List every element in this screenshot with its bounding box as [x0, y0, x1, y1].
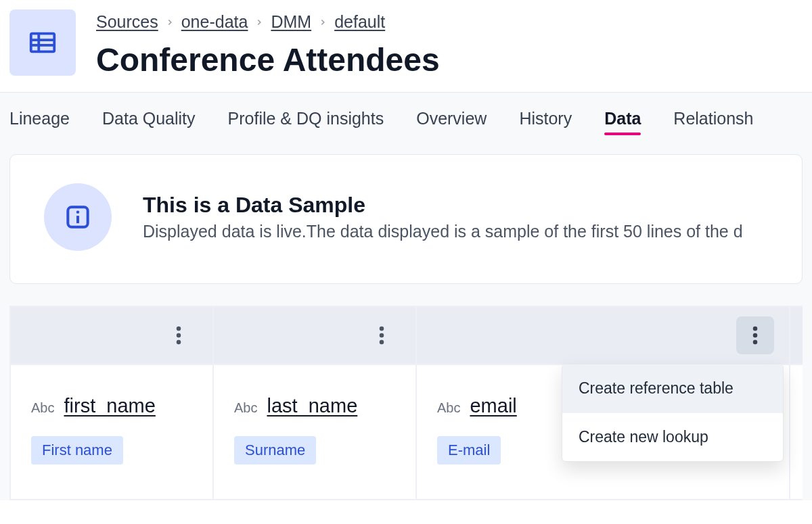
kebab-icon [379, 325, 384, 346]
tab-data[interactable]: Data [604, 109, 641, 128]
info-text: This is a Data Sample Displayed data is … [143, 193, 743, 241]
column-header [11, 307, 212, 365]
svg-point-11 [380, 333, 384, 338]
info-card: This is a Data Sample Displayed data is … [9, 154, 803, 284]
kebab-icon [176, 325, 181, 346]
column-email: Create reference table Create new lookup… [417, 307, 790, 500]
column-header [214, 307, 415, 365]
tab-content: This is a Data Sample Displayed data is … [0, 154, 812, 500]
semantic-tag[interactable]: E-mail [437, 436, 501, 465]
info-title: This is a Data Sample [143, 193, 743, 218]
svg-point-7 [177, 327, 181, 331]
header-text: Sources one-data DMM default Conference … [96, 0, 440, 78]
column-body [790, 365, 803, 500]
column-menu-button[interactable] [363, 316, 401, 354]
type-abbr: Abc [31, 400, 54, 416]
breadcrumb-item[interactable]: default [334, 12, 385, 32]
tab-lineage[interactable]: Lineage [9, 109, 70, 128]
info-icon [63, 202, 93, 232]
column-header: Create reference table Create new lookup [417, 307, 789, 365]
breadcrumb-item[interactable]: one-data [181, 12, 248, 32]
svg-point-13 [753, 327, 758, 331]
entity-icon-box [9, 9, 76, 76]
column-first-name: Abc first_name First name [11, 307, 214, 500]
kebab-icon [752, 325, 758, 346]
data-grid: Abc first_name First name Abc last_name [9, 306, 803, 500]
field-row: Abc last_name [234, 395, 395, 417]
svg-point-9 [177, 340, 181, 345]
tabs: Lineage Data Quality Profile & DQ insigh… [0, 93, 812, 141]
field-name-link[interactable]: last_name [267, 395, 357, 417]
info-body: Displayed data is live.The data displaye… [143, 222, 743, 241]
type-abbr: Abc [234, 400, 257, 416]
svg-point-12 [380, 340, 384, 345]
tab-data-quality[interactable]: Data Quality [102, 109, 196, 128]
info-icon-bubble [44, 183, 112, 251]
tab-relationships[interactable]: Relationsh [673, 109, 753, 128]
semantic-tag[interactable]: First name [31, 436, 123, 465]
field-name-link[interactable]: first_name [64, 395, 155, 417]
field-row: Abc first_name [31, 395, 192, 417]
column-body: Abc last_name Surname [214, 365, 415, 500]
column-menu-button[interactable] [160, 316, 198, 354]
svg-point-6 [76, 210, 79, 213]
tabs-container: Lineage Data Quality Profile & DQ insigh… [0, 92, 812, 500]
menu-item-create-reference-table[interactable]: Create reference table [562, 364, 783, 413]
column-menu-button[interactable] [736, 316, 774, 354]
chevron-right-icon [254, 18, 264, 27]
svg-rect-0 [31, 34, 55, 52]
column-overflow-strip [790, 307, 803, 500]
chevron-right-icon [165, 18, 175, 27]
breadcrumb: Sources one-data DMM default [96, 12, 440, 32]
svg-point-8 [177, 333, 181, 338]
type-abbr: Abc [437, 400, 460, 416]
breadcrumb-item[interactable]: DMM [271, 12, 311, 32]
tab-overview[interactable]: Overview [416, 109, 487, 128]
svg-point-15 [753, 340, 758, 345]
menu-item-create-new-lookup[interactable]: Create new lookup [562, 413, 783, 461]
tab-profile-dq[interactable]: Profile & DQ insights [228, 109, 384, 128]
semantic-tag[interactable]: Surname [234, 436, 316, 465]
svg-point-14 [753, 333, 758, 338]
column-context-menu: Create reference table Create new lookup [562, 364, 784, 462]
column-header [790, 307, 803, 365]
svg-point-10 [380, 327, 384, 331]
page-title: Conference Attendees [96, 41, 440, 78]
field-name-link[interactable]: email [470, 395, 516, 417]
column-body: Abc first_name First name [11, 365, 212, 500]
page-header: Sources one-data DMM default Conference … [0, 0, 812, 92]
chevron-right-icon [318, 18, 328, 27]
column-last-name: Abc last_name Surname [214, 307, 417, 500]
breadcrumb-item[interactable]: Sources [96, 12, 158, 32]
tab-history[interactable]: History [519, 109, 572, 128]
table-icon [27, 27, 58, 58]
